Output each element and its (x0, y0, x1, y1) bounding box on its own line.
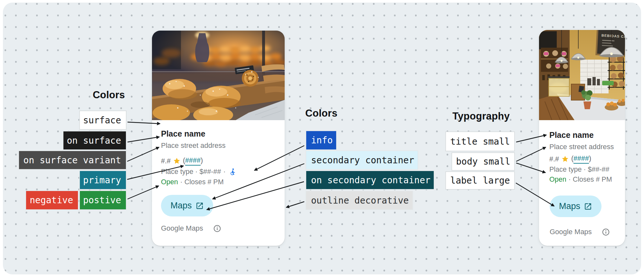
place-street-address: Place street address (549, 143, 614, 151)
open-in-new-icon (195, 202, 204, 210)
type-price-text: Place type · $##-## (161, 168, 221, 176)
swatch-info: info (306, 130, 337, 150)
open-status: Open (549, 176, 566, 184)
type-label-label-large: label large (445, 171, 515, 190)
reviews-link[interactable]: #### (573, 155, 589, 164)
place-name: Place name (549, 130, 594, 140)
star-icon (173, 157, 181, 165)
swatch-primary: primary (79, 170, 127, 190)
attribution-text: Google Maps (161, 224, 203, 233)
maps-button-label: Maps (559, 201, 580, 211)
closing-hours: · Closes # PM (180, 178, 224, 186)
swatch-on-surface: on surface (63, 131, 127, 150)
swatch-outline-decorative: outline decorative (306, 191, 413, 210)
reviews-group: (####) (571, 155, 591, 164)
rating-value: #.# (549, 155, 559, 163)
swatch-secondary-container: secondary container (306, 150, 418, 170)
rating-value: #.# (161, 157, 171, 165)
typography-heading: Typography (452, 110, 510, 122)
rating-row: #.# (####) (161, 157, 203, 166)
attribution-row: Google Maps (550, 228, 610, 236)
maps-button[interactable]: Maps (161, 195, 213, 216)
place-card-cafe: BEBIDAS CA (539, 30, 625, 246)
reviews-group: (####) (183, 157, 203, 166)
reviews-close-paren: ) (589, 155, 591, 163)
reviews-close-paren: ) (201, 157, 203, 165)
open-in-new-icon (584, 202, 592, 211)
type-label-title-small: title small (445, 131, 515, 151)
place-name: Place name (161, 129, 205, 138)
reviews-open-paren: ( (183, 157, 185, 165)
place-street-address: Place street address (161, 141, 226, 150)
info-icon[interactable] (602, 228, 610, 236)
type-price-row: Place type · $##-## (549, 166, 609, 174)
star-icon (561, 155, 569, 163)
hours-row: Open · Closes # PM (161, 178, 224, 186)
closing-hours: · Closes # PM (569, 176, 612, 184)
rating-row: #.# (####) (549, 155, 591, 164)
attribution-text: Google Maps (550, 228, 592, 236)
maps-button[interactable]: Maps (550, 196, 601, 217)
type-price-text: Place type · $##-## (549, 166, 609, 174)
type-label-body-small: body small (451, 152, 515, 171)
left-colors-heading: Colors (93, 89, 125, 101)
swatch-on-surface-variant: on surface variant (18, 150, 127, 170)
place-card-bakery: Place name Place street address #.# (###… (152, 31, 285, 246)
bakery-photo (152, 31, 285, 120)
swatch-positive: postive (79, 190, 127, 210)
open-status: Open (161, 178, 178, 186)
cafe-photo: BEBIDAS CA (539, 30, 625, 120)
maps-button-label: Maps (170, 201, 192, 211)
wheelchair-accessible-icon (229, 168, 236, 176)
middle-colors-heading: Colors (305, 108, 337, 119)
type-separator-dot: · (223, 168, 225, 176)
hours-row: Open · Closes # PM (549, 176, 612, 184)
swatch-on-secondary-container: on secondary container (306, 170, 434, 190)
reviews-open-paren: ( (571, 155, 573, 163)
type-price-row: Place type · $##-## · (161, 168, 236, 176)
swatch-surface: surface (79, 110, 127, 130)
design-spec-page: { "headings": { "left_colors": "Colors",… (0, 0, 644, 277)
swatch-negative: negative (25, 190, 79, 210)
info-icon[interactable] (213, 224, 221, 233)
reviews-link[interactable]: #### (185, 157, 201, 166)
attribution-row: Google Maps (161, 224, 221, 233)
